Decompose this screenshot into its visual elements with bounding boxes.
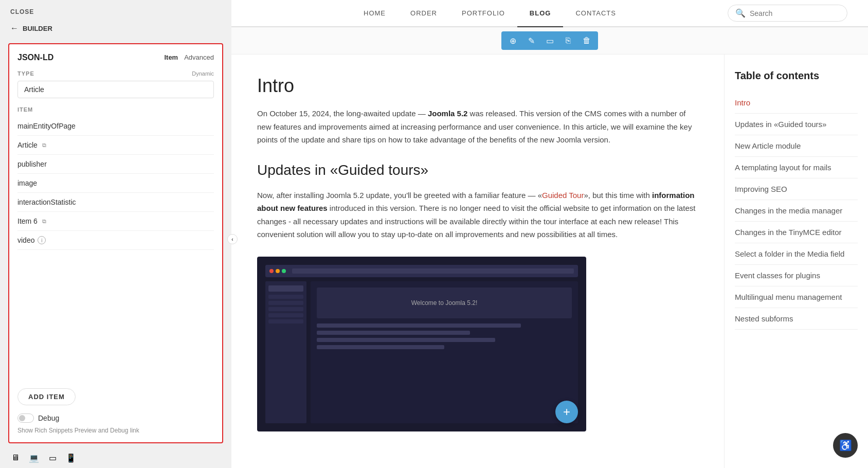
- fab-button[interactable]: +: [555, 401, 578, 423]
- article-intro-body: On October 15, 2024, the long-awaited up…: [257, 107, 698, 147]
- toc-item-0[interactable]: Intro: [735, 92, 858, 114]
- nav-items: HOMEORDERPORTFOLIOBLOGCONTACTS: [252, 0, 728, 26]
- copy-icon-5: ⧉: [41, 218, 48, 225]
- close-bar: CLOSE: [0, 0, 231, 20]
- item-section-label: ITEM: [17, 106, 214, 113]
- toolbar-mobile-icon[interactable]: ▭: [542, 33, 557, 48]
- desktop-icon[interactable]: 🖥: [10, 454, 21, 462]
- toolbar-delete-icon[interactable]: 🗑: [580, 33, 594, 48]
- img-sidebar-line: [268, 285, 303, 292]
- img-sidebar-item4: [268, 313, 303, 317]
- toc-item-4[interactable]: Improving SEO: [735, 178, 858, 200]
- nav-item-portfolio[interactable]: PORTFOLIO: [449, 0, 517, 27]
- laptop-icon[interactable]: 💻: [29, 454, 39, 462]
- tab-advanced[interactable]: Advanced: [184, 52, 214, 62]
- dynamic-tag: Dynamic: [192, 70, 214, 77]
- article-screenshot: Welcome to Joomla 5.2! +: [257, 257, 586, 431]
- item-row-4[interactable]: interactionStatistic: [17, 193, 214, 212]
- main-content: HOMEORDERPORTFOLIOBLOGCONTACTS 🔍 ⊕ ✎ ▭ ⎘…: [231, 0, 868, 468]
- copy-icon-1: ⧉: [41, 141, 48, 149]
- toc-item-2[interactable]: New Article module: [735, 135, 858, 157]
- tablet-icon[interactable]: ▭: [47, 454, 58, 462]
- img-sidebar-item5: [268, 319, 303, 323]
- img-dot-red: [269, 269, 274, 273]
- toolbar-group: ⊕ ✎ ▭ ⎘ 🗑: [501, 31, 598, 50]
- img-sidebar-item1: [268, 295, 303, 299]
- img-body: Welcome to Joomla 5.2!: [265, 281, 578, 423]
- type-label: TYPE Dynamic: [17, 70, 214, 77]
- builder-bar[interactable]: ← BUILDER: [0, 20, 231, 39]
- toc-item-3[interactable]: A templating layout for mails: [735, 157, 858, 178]
- toolbar-copy-icon[interactable]: ⎘: [561, 33, 575, 48]
- tab-item[interactable]: Item: [164, 52, 178, 62]
- nav-item-home[interactable]: HOME: [351, 0, 398, 27]
- img-line1: [317, 323, 521, 328]
- img-modal-header: Welcome to Joomla 5.2!: [317, 287, 572, 318]
- left-panel: CLOSE ← BUILDER JSON-LD Item Advanced TY…: [0, 0, 231, 468]
- content-area: Intro On October 15, 2024, the long-awai…: [231, 55, 868, 468]
- toc-list: IntroUpdates in «Guided tours»New Articl…: [735, 92, 858, 330]
- search-icon: 🔍: [735, 8, 746, 18]
- toc-item-8[interactable]: Event classes for plugins: [735, 265, 858, 286]
- back-arrow-icon: ←: [10, 24, 19, 33]
- toc-item-5[interactable]: Changes in the media manager: [735, 200, 858, 222]
- intro-bold: Joomla 5.2: [428, 109, 468, 118]
- toc-title: Table of contents: [735, 70, 858, 82]
- article-intro-title: Intro: [257, 75, 698, 97]
- section-text-2: », but this time with: [584, 191, 652, 200]
- nav-bar: HOMEORDERPORTFOLIOBLOGCONTACTS 🔍: [231, 0, 868, 27]
- article-content: Intro On October 15, 2024, the long-awai…: [231, 55, 724, 468]
- type-select[interactable]: Article: [17, 81, 214, 98]
- item-row-5[interactable]: Item 6⧉: [17, 212, 214, 231]
- toc-panel: Table of contents IntroUpdates in «Guide…: [724, 55, 868, 468]
- item-row-1[interactable]: Article⧉: [17, 136, 214, 155]
- toolbar-edit-icon[interactable]: ✎: [524, 33, 538, 48]
- intro-text-1: On October 15, 2024, the long-awaited up…: [257, 109, 428, 118]
- debug-label: Debug: [38, 414, 59, 422]
- img-sidebar: [265, 281, 306, 423]
- toggle-knob: [19, 415, 25, 421]
- builder-label: BUILDER: [23, 25, 52, 32]
- img-line4: [317, 345, 444, 349]
- item-row-0[interactable]: mainEntityOfPage: [17, 117, 214, 136]
- toc-item-7[interactable]: Select a folder in the Media field: [735, 243, 858, 265]
- toc-item-10[interactable]: Nested subforms: [735, 308, 858, 330]
- toc-item-9[interactable]: Multilingual menu management: [735, 286, 858, 308]
- img-main-area: Welcome to Joomla 5.2!: [311, 281, 578, 423]
- search-bar[interactable]: 🔍: [728, 5, 847, 22]
- img-line3: [317, 338, 495, 342]
- img-line2: [317, 331, 470, 335]
- close-label[interactable]: CLOSE: [10, 8, 34, 15]
- toc-item-6[interactable]: Changes in the TinyMCE editor: [735, 222, 858, 243]
- add-item-button[interactable]: ADD ITEM: [17, 388, 76, 405]
- article-section-title: Updates in «Guided tours»: [257, 162, 698, 178]
- device-bar: 🖥 💻 ▭ 📱: [0, 447, 231, 468]
- type-section: TYPE Dynamic Article: [17, 70, 214, 98]
- debug-section: Debug Show Rich Snippets Preview and Deb…: [17, 413, 214, 434]
- debug-row: Debug: [17, 413, 214, 423]
- toc-item-1[interactable]: Updates in «Guided tours»: [735, 114, 858, 135]
- mobile-icon[interactable]: 📱: [66, 454, 76, 462]
- item-section: ITEM mainEntityOfPageArticle⧉publisherim…: [17, 106, 214, 380]
- item-row-3[interactable]: image: [17, 174, 214, 193]
- debug-toggle[interactable]: [17, 413, 34, 423]
- jsonld-panel: JSON-LD Item Advanced TYPE Dynamic Artic…: [8, 43, 223, 443]
- debug-link[interactable]: Show Rich Snippets Preview and Debug lin…: [17, 427, 214, 434]
- page-toolbar: ⊕ ✎ ▭ ⎘ 🗑: [231, 27, 868, 55]
- item-row-2[interactable]: publisher: [17, 155, 214, 174]
- nav-item-order[interactable]: ORDER: [398, 0, 449, 27]
- image-placeholder: Welcome to Joomla 5.2!: [257, 257, 586, 431]
- section-link[interactable]: Guided Tour: [542, 191, 584, 200]
- img-dot-yellow: [276, 269, 280, 273]
- collapse-panel-button[interactable]: ‹: [227, 234, 238, 244]
- item-list: mainEntityOfPageArticle⧉publisherimagein…: [17, 117, 214, 250]
- accessibility-button[interactable]: ♿: [833, 433, 858, 458]
- nav-item-contacts[interactable]: CONTACTS: [563, 0, 628, 27]
- toolbar-target-icon[interactable]: ⊕: [505, 33, 520, 48]
- img-header-bar: [265, 265, 578, 277]
- item-row-6[interactable]: videoi: [17, 231, 214, 250]
- panel-title: JSON-LD: [17, 53, 53, 62]
- panel-tabs: Item Advanced: [164, 52, 214, 62]
- nav-item-blog[interactable]: BLOG: [517, 0, 564, 27]
- search-input[interactable]: [750, 9, 840, 17]
